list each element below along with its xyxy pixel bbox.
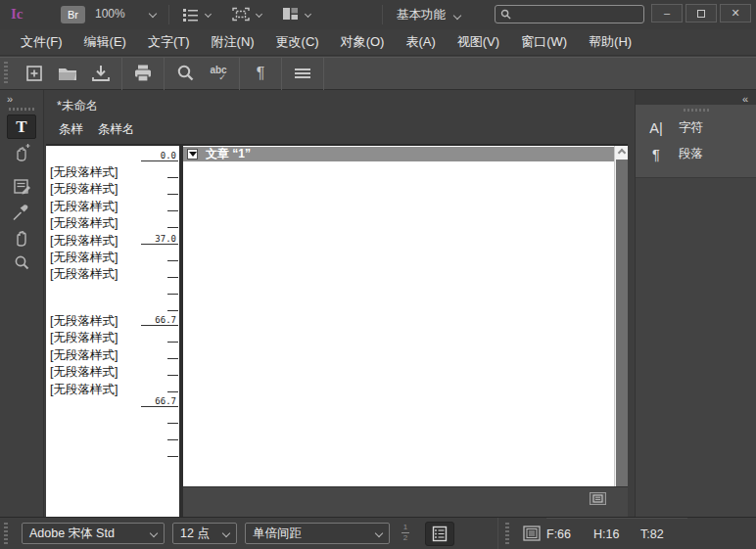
paragraph-style-label[interactable]: [无段落样式] (50, 266, 158, 283)
menu-item[interactable]: 编辑(E) (73, 33, 137, 51)
line-number-toggle[interactable]: 1 2 (402, 524, 409, 542)
chevron-down-icon (205, 11, 212, 18)
paragraph-style-label[interactable]: [无段落样式] (50, 215, 158, 232)
leading-dropdown[interactable]: 单倍间距 (245, 523, 390, 544)
style-list-group2: [无段落样式][无段落样式][无段落样式][无段落样式][无段落样式] (50, 313, 158, 398)
copyfit-stat-value: T:82 (640, 527, 687, 541)
note-tool[interactable] (7, 174, 36, 199)
copyfit-icon (523, 526, 541, 541)
menu-item[interactable]: 文件(F) (10, 33, 73, 51)
statusbar-grip[interactable] (505, 523, 509, 545)
print-button[interactable] (126, 59, 160, 88)
incopy-logo-icon: Ic (11, 6, 24, 23)
position-tool[interactable] (7, 140, 36, 164)
menu-item[interactable]: 视图(V) (447, 33, 510, 51)
dock-grip[interactable] (684, 109, 709, 112)
tools-grip[interactable] (9, 108, 34, 111)
document-tab[interactable]: *未命名 (57, 98, 98, 114)
font-size-value: 12 点 (180, 526, 210, 542)
toolbar-separator (323, 58, 324, 90)
workspace-switcher-label: 基本功能 (397, 7, 446, 23)
ruler-label: 0.0 (141, 151, 178, 161)
character-panel-button[interactable]: A| 字符 (636, 114, 756, 141)
paragraph-style-label[interactable]: [无段落样式] (50, 347, 158, 364)
copyfit-info-button[interactable] (523, 526, 541, 541)
hand-tool[interactable] (7, 225, 36, 250)
galley-view: [无段落样式][无段落样式][无段落样式][无段落样式][无段落样式][无段落样… (46, 144, 628, 517)
menu-item[interactable]: 对象(O) (330, 33, 396, 51)
incopy-app-window: Ic Br 100% (0, 0, 756, 549)
show-hidden-characters-button[interactable]: ¶ (244, 59, 277, 88)
style-column-icon (432, 526, 448, 542)
spellcheck-button[interactable]: abc ✓ (202, 59, 235, 88)
menu-item[interactable]: 窗口(W) (510, 33, 578, 51)
story-header-bar[interactable]: 文章 “1” (183, 147, 614, 161)
style-column-toggle-button[interactable] (425, 522, 454, 546)
paragraph-style-label[interactable]: [无段落样式] (50, 181, 158, 198)
style-column: [无段落样式][无段落样式][无段落样式][无段落样式][无段落样式][无段落样… (46, 146, 179, 517)
paragraph-style-label[interactable]: [无段落样式] (50, 199, 158, 215)
search-input[interactable] (515, 9, 638, 21)
pilcrow-icon: ¶ (257, 65, 265, 82)
eyedropper-tool[interactable] (7, 200, 36, 224)
close-button[interactable]: ✕ (720, 4, 751, 23)
copyfit-stats: F:66H:16T:82 (546, 518, 687, 549)
tools-panel: » T (0, 90, 44, 517)
toolbar-grip[interactable] (4, 62, 8, 85)
tab-galley[interactable]: 条样 (59, 121, 83, 138)
save-button[interactable] (84, 59, 118, 88)
statusbar-grip[interactable] (4, 523, 8, 545)
leading-value: 单倍间距 (253, 526, 302, 542)
chevron-down-icon (256, 11, 262, 18)
open-button[interactable] (51, 59, 84, 88)
menu-bar: 文件(F)编辑(E)文字(T)附注(N)更改(C)对象(O)表(A)视图(V)窗… (0, 29, 756, 56)
ruler-label: 37.0 (141, 234, 178, 245)
character-label: 字符 (679, 119, 703, 136)
font-family-value: Adobe 宋体 Std (29, 526, 115, 542)
print-icon (131, 63, 155, 84)
zoom-tool[interactable] (7, 251, 36, 275)
new-document-button[interactable] (18, 59, 51, 88)
bridge-button[interactable]: Br (61, 6, 85, 23)
paragraph-style-label[interactable]: [无段落样式] (50, 250, 158, 266)
type-tool[interactable]: T (7, 114, 36, 139)
menu-item[interactable]: 帮助(H) (578, 33, 642, 51)
maximize-icon (697, 10, 705, 18)
zoom-level-value: 100% (95, 7, 125, 21)
toolbar-menu-button[interactable] (286, 59, 319, 88)
paragraph-style-label[interactable]: [无段落样式] (50, 364, 158, 381)
open-folder-icon (56, 63, 79, 84)
status-bar: Adobe 宋体 Std 12 点 单倍间距 1 2 (0, 517, 756, 549)
screen-mode-dropdown[interactable] (232, 7, 261, 22)
paragraph-style-label[interactable]: [无段落样式] (50, 330, 158, 346)
view-options-dropdown[interactable] (182, 7, 211, 22)
font-size-dropdown[interactable]: 12 点 (172, 523, 237, 544)
menu-item[interactable]: 附注(N) (201, 33, 265, 51)
minimize-button[interactable]: – (651, 4, 683, 23)
tab-galley-name[interactable]: 条样名 (98, 121, 135, 138)
chevron-down-icon (305, 10, 311, 17)
scrollbar-thumb[interactable] (616, 160, 628, 486)
collapse-dock-icon[interactable]: « (742, 93, 747, 105)
menu-item[interactable]: 表(A) (395, 33, 446, 51)
story-text-area[interactable]: 文章 “1” (183, 146, 614, 486)
vertical-scrollbar[interactable] (614, 146, 628, 486)
galley-bottom-strip (183, 486, 628, 517)
workspace-switcher[interactable]: 基本功能 (397, 7, 460, 23)
arrange-documents-dropdown[interactable] (282, 7, 310, 21)
expand-tools-icon[interactable]: » (7, 93, 12, 105)
style-list-group1: [无段落样式][无段落样式][无段落样式][无段落样式][无段落样式][无段落样… (50, 164, 158, 284)
font-family-dropdown[interactable]: Adobe 宋体 Std (22, 523, 165, 544)
paragraph-style-label[interactable]: [无段落样式] (50, 164, 158, 181)
maximize-button[interactable] (685, 4, 717, 23)
menu-item[interactable]: 文字(T) (137, 33, 201, 51)
paragraph-panel-button[interactable]: ¶ 段落 (636, 141, 756, 167)
scroll-up-icon[interactable] (617, 149, 625, 157)
story-collapse-button[interactable] (187, 149, 198, 160)
zoom-level-dropdown[interactable]: 100% (95, 7, 156, 21)
page-jump-button[interactable] (590, 492, 606, 505)
chevron-down-icon (375, 529, 383, 537)
right-dock-panel: « A| 字符 ¶ 段落 (635, 90, 756, 517)
find-change-button[interactable] (168, 59, 202, 88)
menu-item[interactable]: 更改(C) (265, 33, 330, 51)
